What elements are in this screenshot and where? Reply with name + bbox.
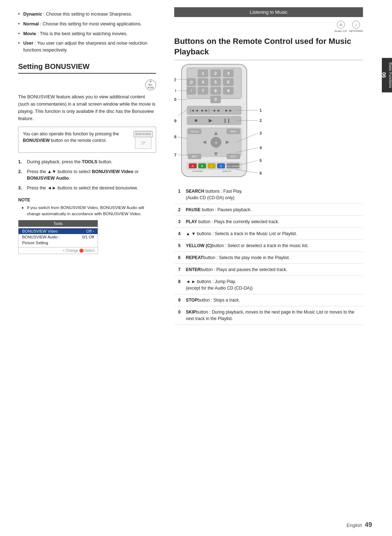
svg-text:|◄◄: |◄◄: [190, 108, 199, 112]
table-row: 0 SKIPbutton : During playback, moves to…: [174, 306, 363, 325]
svg-text:3: 3: [260, 131, 262, 135]
svg-text:7: 7: [174, 153, 176, 157]
side-tab: 06 Basic Functions: [382, 58, 392, 93]
svg-text:C: C: [211, 164, 213, 168]
table-row: 7 ENTERbutton : Plays and pauses the sel…: [174, 264, 363, 276]
svg-text:0: 0: [174, 97, 176, 102]
svg-text:DISPLAY: DISPLAY: [222, 170, 232, 172]
row-description: ▲ ▼ buttons : Selects a track in the Mus…: [183, 228, 363, 240]
page-number: 49: [365, 521, 372, 528]
svg-text:4: 4: [202, 80, 204, 84]
row-number: 3: [174, 216, 183, 228]
svg-text:6: 6: [260, 171, 262, 175]
svg-text:►►: ►►: [225, 108, 233, 112]
row-description: STOPbutton : Stops a track.: [183, 294, 363, 306]
svg-text:7: 7: [202, 89, 204, 93]
table-row: 5 YELLOW (C)button : Select or deselect …: [174, 240, 363, 252]
steps-list: 1. During playback, press the TOOLS butt…: [18, 159, 156, 192]
row-number: 4: [174, 228, 183, 240]
svg-text:INFO: INFO: [230, 130, 237, 133]
row-number: 9: [174, 294, 183, 306]
tools-menu-row-bonusview-video: BONUSVIEW Video Off ›: [19, 228, 98, 234]
tools-menu-body: BONUSVIEW Video Off › BONUSVIEW Audio : …: [19, 227, 98, 247]
svg-text:5: 5: [215, 80, 217, 84]
row-number: 0: [174, 306, 183, 325]
row-description: PAUSE button : Pauses playback.: [183, 204, 363, 216]
bonusview-description: The BONUSVIEW feature allows you to view…: [18, 93, 156, 122]
svg-text:■: ■: [195, 118, 197, 123]
list-item: Dynamic : Choose this setting to increas…: [18, 11, 156, 18]
svg-text:8: 8: [174, 135, 176, 139]
svg-text:!: !: [175, 89, 176, 93]
note-title: NOTE: [18, 197, 156, 202]
bd-rom-label: ⊕BD-ROM: [146, 80, 156, 89]
svg-text:8: 8: [215, 89, 217, 93]
svg-text:RET: RET: [192, 155, 197, 158]
disc-icons-area: ⊙ Audio CD ♪ MP3/WMA: [174, 21, 363, 33]
list-item: 3. Press the ◄► buttons to select the de…: [18, 185, 156, 192]
table-row: 1 SEARCH buttons : Fast Play.(Audio CD (…: [174, 185, 363, 204]
svg-text:@: @: [174, 77, 176, 82]
listening-to-music-header: Listening to Music: [174, 7, 363, 17]
footer-text: English: [347, 523, 362, 528]
svg-text:0: 0: [215, 97, 217, 102]
svg-text:D: D: [220, 164, 222, 168]
svg-text:!: !: [191, 89, 192, 93]
settings-bullet-list: Dynamic : Choose this setting to increas…: [18, 11, 156, 54]
svg-text:9: 9: [227, 89, 229, 93]
section-title-bonusview: Setting BONUSVIEW: [18, 62, 156, 74]
svg-text:TOOLS: TOOLS: [190, 130, 199, 133]
row-description: SEARCH buttons : Fast Play.(Audio CD (CD…: [183, 185, 363, 204]
table-row: 2 PAUSE button : Pauses playback.: [174, 204, 363, 216]
svg-text:@: @: [189, 80, 193, 84]
tools-menu-row-bonusview-audio: BONUSVIEW Audio : 0/1 Off: [19, 234, 98, 240]
table-row: 4 ▲ ▼ buttons : Selects a track in the M…: [174, 228, 363, 240]
row-number: 2: [174, 204, 183, 216]
row-description: ENTERbutton : Plays and pauses the selec…: [183, 264, 363, 276]
list-item: 2. Press the ▲▼ buttons to select BONUSV…: [18, 168, 156, 182]
svg-text:B: B: [201, 164, 203, 168]
page-footer: English 49: [347, 521, 372, 529]
remote-area: 1 2 3 4 5 6 7: [174, 62, 363, 180]
row-description: REPEATbutton : Selects the play mode in …: [183, 252, 363, 264]
svg-text:4: 4: [260, 146, 262, 150]
row-description: SKIPbutton : During playback, moves to t…: [183, 306, 363, 325]
svg-text:2: 2: [215, 71, 217, 75]
row-number: 7: [174, 264, 183, 276]
row-number: 5: [174, 240, 183, 252]
bonusview-button-image: BONUSVIEW ☞: [135, 131, 151, 149]
remote-control-image: 1 2 3 4 5 6 7: [174, 62, 269, 180]
side-tab-number: 06: [381, 73, 387, 78]
svg-text:9: 9: [174, 119, 176, 123]
info-box: You can also operate this function by pr…: [18, 127, 156, 153]
list-item: Normal : Choose this setting for most vi…: [18, 21, 156, 28]
music-section-title: Buttons on the Remote Control used for M…: [174, 36, 363, 60]
row-number: 8: [174, 276, 183, 294]
svg-text:3: 3: [227, 71, 229, 75]
tools-menu-row-picture-setting: Picture Setting: [19, 240, 98, 246]
svg-text:2: 2: [260, 118, 262, 123]
table-row: 9 STOPbutton : Stops a track.: [174, 294, 363, 306]
bd-rom-badge: ⊕BD-ROM: [145, 79, 156, 90]
list-item: Movie : This is the best setting for wat…: [18, 30, 156, 37]
tools-menu-screenshot: Tools BONUSVIEW Video Off › BONUSVIEW Au…: [18, 220, 98, 254]
hand-icon: ☞: [134, 138, 153, 148]
svg-text:5: 5: [260, 158, 262, 163]
right-column: Listening to Music ⊙ Audio CD ♪ MP3/WMA …: [167, 0, 381, 536]
info-box-text: You can also operate this function by pr…: [23, 131, 131, 144]
note-list: If you switch from BONUSVIEW Video, BONU…: [22, 205, 156, 217]
row-description: PLAY button : Plays the currently select…: [183, 216, 363, 228]
svg-text:FULL SCREEN: FULL SCREEN: [225, 165, 240, 167]
svg-text:1: 1: [202, 71, 204, 75]
table-row: 8 ◄ ► buttons : Jump Play.(except for th…: [174, 276, 363, 294]
list-item: 1. During playback, press the TOOLS butt…: [18, 159, 156, 165]
svg-text:▶: ▶: [209, 118, 212, 123]
svg-text:INTERNET: INTERNET: [192, 170, 203, 172]
description-table: 1 SEARCH buttons : Fast Play.(Audio CD (…: [174, 185, 363, 325]
row-description: ◄ ► buttons : Jump Play.(except for the …: [183, 276, 363, 294]
list-item: User : You user can adjust the sharpness…: [18, 40, 156, 54]
svg-text:A: A: [192, 164, 194, 168]
mp3-wma-icon: ♪ MP3/WMA: [349, 21, 363, 33]
svg-text:►►|: ►►|: [201, 108, 210, 112]
table-row: 6 REPEATbutton : Selects the play mode i…: [174, 252, 363, 264]
